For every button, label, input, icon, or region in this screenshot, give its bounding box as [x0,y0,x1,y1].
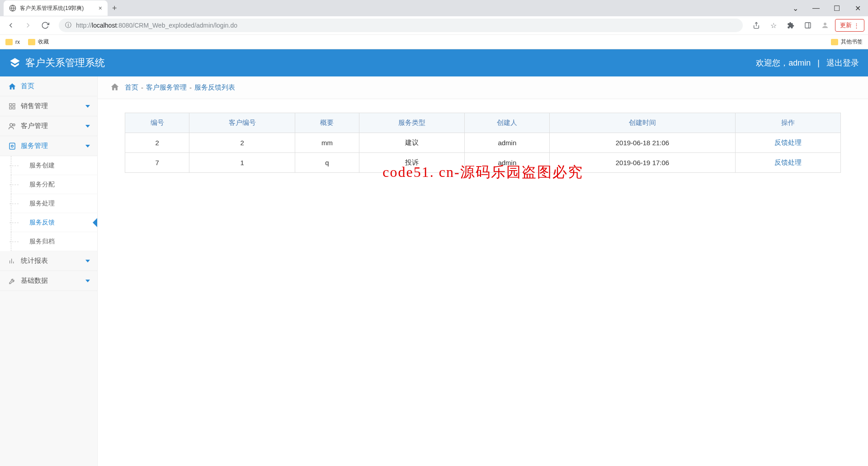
cell-id: 2 [125,133,189,153]
watermark-text: code51. cn-源码乐园盗图必究 [382,162,583,182]
sub-item-create[interactable]: 服务创建 [11,156,97,175]
home-icon [7,82,17,90]
content-area: 首页 - 客户服务管理 - 服务反馈列表 编号 客户编号 概要 服务类型 创建人… [98,76,868,466]
cell-created_at: 2019-06-18 21:06 [550,133,735,153]
feedback-action-link[interactable]: 反馈处理 [774,138,802,146]
sidebar-item-sales[interactable]: 销售管理 [0,96,97,116]
url-bar[interactable]: ⓘ http://localhost:8080/CRM_Web_exploded… [59,19,743,32]
sub-item-archive[interactable]: 服务归档 [11,232,97,251]
star-icon[interactable]: ☆ [766,18,781,33]
bookmark-rx[interactable]: rx [5,39,20,45]
table-header-row: 编号 客户编号 概要 服务类型 创建人 创建时间 操作 [125,113,841,133]
cell-summary: mm [295,133,359,153]
svg-rect-6 [9,104,12,106]
breadcrumb-page[interactable]: 服务反馈列表 [194,83,235,92]
tab-bar: 客户关系管理系统(19郭爽) × + ⌄ — ☐ ✕ [0,0,868,16]
new-tab-button[interactable]: + [112,4,117,13]
app-header: 客户关系管理系统 欢迎您，admin | 退出登录 [0,49,868,76]
chevron-down-icon [85,125,90,128]
breadcrumb-section[interactable]: 客户服务管理 [146,83,187,92]
home-icon [110,82,119,93]
service-submenu: 服务创建 服务分配 服务处理 服务反馈 服务归档 [0,156,97,251]
tab-title: 客户关系管理系统(19郭爽) [20,5,84,12]
svg-rect-12 [9,143,15,149]
nav-bar: ⓘ http://localhost:8080/CRM_Web_exploded… [0,16,868,34]
th-id: 编号 [125,113,189,133]
sub-item-feedback[interactable]: 服务反馈 [11,213,97,232]
sub-item-assign[interactable]: 服务分配 [11,175,97,194]
url-text: http://localhost:8080/CRM_Web_exploded/a… [76,22,237,29]
th-summary: 概要 [295,113,359,133]
username: admin [788,58,811,67]
svg-point-11 [13,124,15,126]
svg-rect-9 [13,107,15,109]
back-button[interactable] [4,18,18,33]
svg-point-5 [824,23,826,25]
panel-icon[interactable] [801,18,815,33]
chevron-down-icon [85,260,90,262]
breadcrumb-home[interactable]: 首页 [125,83,138,92]
chevron-down-icon [85,145,90,147]
browser-chrome: 客户关系管理系统(19郭爽) × + ⌄ — ☐ ✕ ⓘ http://loca… [0,0,868,49]
sidebar: 首页 销售管理 客户管理 服务管理 服务创建 服务分配 服务处理 服务反馈 服务… [0,76,98,466]
globe-icon [9,5,16,12]
dropdown-icon[interactable]: ⌄ [785,0,806,16]
sidebar-item-stats[interactable]: 统计报表 [0,251,97,271]
bookmark-bar: rx 收藏 其他书签 [0,34,868,49]
other-bookmarks[interactable]: 其他书签 [831,38,863,46]
cell-action: 反馈处理 [735,153,840,173]
th-created-at: 创建时间 [550,113,735,133]
cell-action: 反馈处理 [735,133,840,153]
th-creator: 创建人 [465,113,550,133]
sidebar-item-service[interactable]: 服务管理 [0,136,97,156]
feedback-action-link[interactable]: 反馈处理 [774,158,802,166]
svg-point-10 [10,124,13,126]
chart-icon [7,257,17,265]
app-logo: 客户关系管理系统 [9,56,105,70]
cell-summary: q [295,153,359,173]
th-type: 服务类型 [359,113,465,133]
cell-id: 7 [125,153,189,173]
svg-rect-7 [13,104,15,106]
minimize-button[interactable]: — [806,0,826,16]
service-icon [7,142,17,150]
cell-creator: admin [465,133,550,153]
maximize-button[interactable]: ☐ [826,0,847,16]
cell-type: 建议 [359,133,465,153]
logout-link[interactable]: 退出登录 [826,58,859,67]
svg-point-13 [11,145,14,147]
chevron-down-icon [85,105,90,108]
share-icon[interactable] [749,18,764,33]
close-window-button[interactable]: ✕ [847,0,868,16]
sidebar-item-basic[interactable]: 基础数据 [0,271,97,291]
chevron-down-icon [85,280,90,282]
info-icon: ⓘ [65,21,71,29]
logo-icon [9,57,21,69]
th-action: 操作 [735,113,840,133]
users-icon [7,122,17,130]
sub-item-process[interactable]: 服务处理 [11,194,97,213]
svg-rect-8 [9,107,12,109]
sidebar-item-home[interactable]: 首页 [0,76,97,96]
table-row: 22mm建议admin2019-06-18 21:06反馈处理 [125,133,841,153]
app-title: 客户关系管理系统 [25,56,105,70]
browser-tab[interactable]: 客户关系管理系统(19郭爽) × [4,0,108,16]
breadcrumb: 首页 - 客户服务管理 - 服务反馈列表 [98,76,868,99]
extensions-icon[interactable] [783,18,798,33]
update-button[interactable]: 更新⋮ [835,19,864,32]
reload-button[interactable] [38,18,52,33]
cell-customer_id: 1 [189,153,295,173]
grid-icon [7,103,17,110]
th-customer-id: 客户编号 [189,113,295,133]
sidebar-item-customer[interactable]: 客户管理 [0,116,97,136]
tools-icon [7,277,17,285]
forward-button[interactable] [21,18,35,33]
bookmark-favorites[interactable]: 收藏 [28,38,49,46]
cell-customer_id: 2 [189,133,295,153]
profile-icon[interactable] [818,18,832,33]
welcome-text: 欢迎您， [756,58,788,67]
svg-rect-3 [805,23,811,28]
header-right: 欢迎您，admin | 退出登录 [756,57,859,68]
tab-close-icon[interactable]: × [99,5,102,12]
